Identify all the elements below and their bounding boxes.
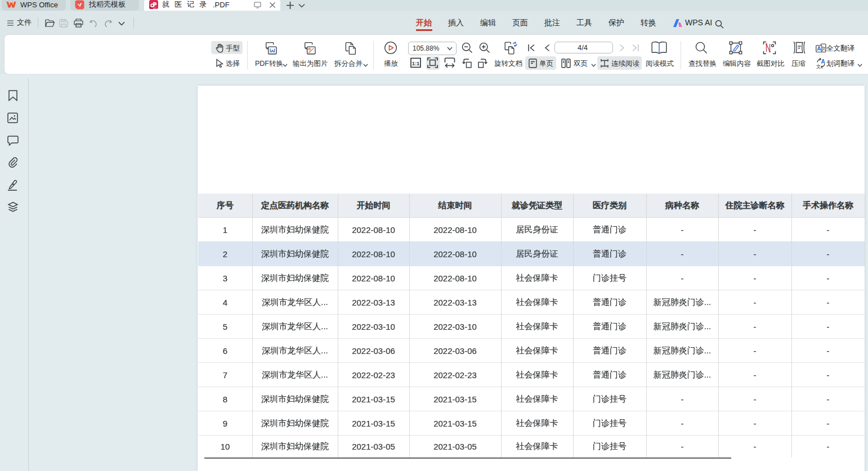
svg-text:1:1: 1:1 [412, 60, 420, 66]
svg-text:A: A [817, 45, 821, 52]
svg-text:文: 文 [822, 46, 826, 51]
svg-text:A: A [821, 59, 825, 65]
svg-text:文: 文 [816, 64, 821, 69]
